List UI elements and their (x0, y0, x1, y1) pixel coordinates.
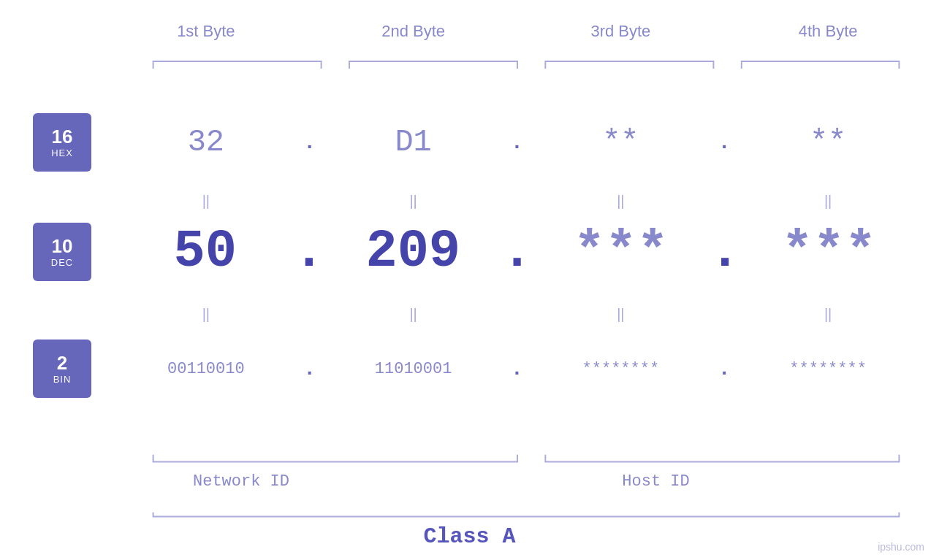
host-id-label: Host ID (395, 472, 917, 491)
bin-b3: ******** (532, 360, 710, 378)
bin-b2: 11010001 (324, 360, 503, 378)
byte2-header: 2nd Byte (324, 22, 503, 41)
bin-badge-number: 2 (57, 353, 67, 374)
eq1: || (117, 193, 295, 210)
bin-b1: 00110010 (117, 360, 295, 378)
dec-b4: *** (741, 222, 917, 282)
byte3-header: 3rd Byte (532, 22, 710, 41)
equals-hex-dec: || || || || (117, 190, 917, 212)
byte-headers: 1st Byte 2nd Byte 3rd Byte 4th Byte (117, 22, 917, 41)
eq2: || (324, 193, 503, 210)
hex-b3: ** (532, 125, 710, 160)
class-bracket (146, 510, 906, 520)
network-id-label: Network ID (117, 472, 365, 491)
bin-dot-3: . (710, 358, 739, 380)
watermark: ipshu.com (878, 541, 924, 553)
dot-1: . (295, 131, 324, 154)
dec-badge-number: 10 (52, 236, 73, 257)
dec-badge: 10 DEC (33, 223, 91, 281)
bin-b4: ******** (739, 360, 917, 378)
byte4-header: 4th Byte (739, 22, 917, 41)
hex-b4: ** (739, 125, 917, 160)
dec-b1: 50 (117, 222, 293, 282)
dec-b2: 209 (325, 222, 501, 282)
dec-dot-3: . (709, 222, 740, 282)
bin-badge: 2 BIN (33, 340, 91, 398)
eq5: || (117, 306, 295, 323)
main-container: 1st Byte 2nd Byte 3rd Byte 4th Byte 16 H… (0, 0, 939, 560)
id-labels: Network ID Host ID (117, 472, 917, 491)
bin-row: 00110010 . 11010001 . ******** . *******… (117, 340, 917, 398)
eq8: || (739, 306, 917, 323)
hex-b1: 32 (117, 125, 295, 160)
hex-badge: 16 HEX (33, 113, 91, 172)
bin-dot-1: . (295, 358, 324, 380)
bottom-brackets (146, 452, 906, 465)
dec-dot-2: . (501, 222, 533, 282)
hex-row: 32 . D1 . ** . ** (117, 113, 917, 172)
dec-row: 50 . 209 . *** . *** (117, 223, 917, 281)
hex-b2: D1 (324, 125, 503, 160)
dec-dot-1: . (293, 222, 324, 282)
dec-badge-label: DEC (51, 257, 73, 268)
bin-dot-2: . (503, 358, 532, 380)
eq3: || (532, 193, 710, 210)
dot-3: . (710, 131, 739, 154)
byte1-header: 1st Byte (117, 22, 295, 41)
dot-2: . (503, 131, 532, 154)
eq4: || (739, 193, 917, 210)
eq6: || (324, 306, 503, 323)
bin-badge-label: BIN (53, 374, 72, 385)
dec-b3: *** (533, 222, 709, 282)
hex-badge-label: HEX (51, 147, 73, 158)
hex-badge-number: 16 (52, 126, 73, 147)
eq7: || (532, 306, 710, 323)
top-brackets (146, 58, 906, 72)
class-label: Class A (0, 524, 939, 549)
equals-dec-bin: || || || || (117, 303, 917, 325)
